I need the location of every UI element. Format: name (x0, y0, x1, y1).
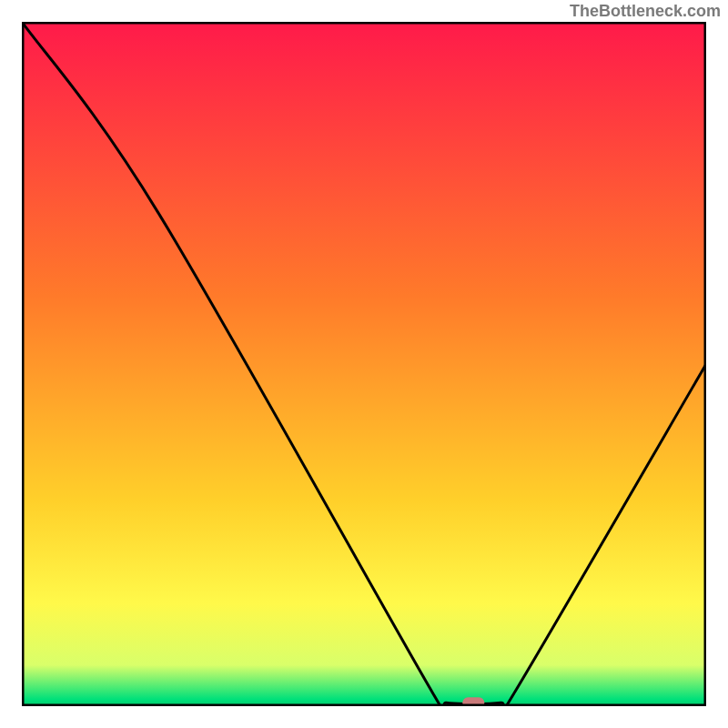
bottleneck-chart (22, 22, 706, 706)
chart-background (22, 22, 706, 706)
chart-svg (22, 22, 706, 706)
watermark-text: TheBottleneck.com (570, 2, 721, 21)
